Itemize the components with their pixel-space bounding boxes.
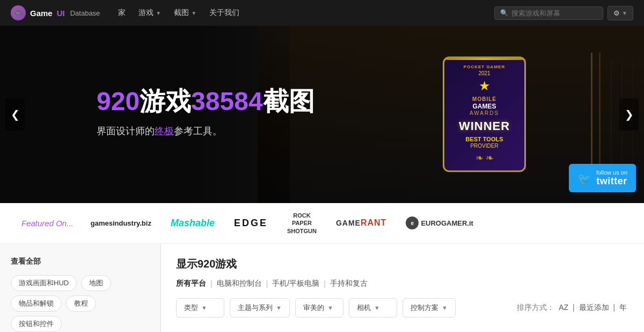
logo-icon: 🎮 [11,5,26,20]
platform-handheld[interactable]: 手持和复古 [330,279,368,288]
featured-eurogamer[interactable]: e EUROGAMER.it [406,216,473,229]
chevron-right-icon: ❯ [625,108,634,121]
award-best-label: BEST TOOLS [450,135,519,143]
sidebar-tag-hud[interactable]: 游戏画面和HUD [11,275,77,291]
twitter-text: follow us on twitter [596,169,627,187]
main-panel: 显示920游戏 所有平台 | 电脑和控制台 | 手机/平板电脑 | 手持和复古 … [161,244,644,332]
platform-filter: 所有平台 | 电脑和控制台 | 手机/平板电脑 | 手持和复古 [176,279,629,288]
eurogamer-text: EUROGAMER.it [421,219,473,227]
sort-bar: 类型 ▼ 主题与系列 ▼ 审美的 ▼ 相机 ▼ 控制方案 ▼ [176,298,629,317]
featured-gamesindustry[interactable]: gamesindustry.biz [91,219,151,227]
logo-game: Game [30,9,53,18]
nav-links: 家 游戏 ▼ 截图 ▼ 关于我们 [113,5,481,21]
type-dropdown-icon: ▼ [201,305,207,311]
featured-edge[interactable]: EDGE [234,218,268,229]
sidebar-tag-map[interactable]: 地图 [81,275,111,291]
award-inner: POCKET GAMER 2021 ★ MOBILE GAMES AWARDS … [443,56,526,172]
settings-button[interactable]: ⚙ ▼ [608,6,633,20]
hero-section: ❮ 920游戏38584截图 界面设计师的终极参考工具。 POCKET GAME… [0,26,644,203]
award-games-label: GAMES [450,103,519,110]
featured-gamerant[interactable]: GAMERANT [336,218,386,228]
hero-content: 920游戏38584截图 界面设计师的终极参考工具。 [97,88,314,142]
laurel-right-icon: ❧ [486,153,494,164]
twitter-bird-icon: 🐦 [577,172,591,185]
award-provider-label: PROVIDER [450,143,519,149]
sort-az[interactable]: AZ [559,303,568,312]
sort-options: 排序方式： AZ | 最近添加 | 年 [517,303,629,313]
hero-title: 920游戏38584截图 [97,88,314,116]
nav-screenshots[interactable]: 截图 ▼ [169,5,202,21]
sidebar-tag-items[interactable]: 物品和解锁 [11,295,62,312]
main-panel-title: 显示920游戏 [176,257,629,271]
filter-dropdowns: 类型 ▼ 主题与系列 ▼ 审美的 ▼ 相机 ▼ 控制方案 ▼ [176,298,456,317]
sort-recent[interactable]: 最近添加 [579,303,609,312]
logo-db: Database [70,9,100,17]
theme-dropdown-icon: ▼ [276,305,282,311]
logo-ui: UI [57,9,65,18]
sep3: | [324,279,326,288]
settings-arrow-icon: ▼ [622,10,627,16]
award-year: 2021 [450,70,519,76]
award-badge: POCKET GAMER 2021 ★ MOBILE GAMES AWARDS … [443,56,526,172]
award-winner-label: WINNER [450,119,519,133]
search-icon: 🔍 [500,9,508,17]
sidebar-tag-buttons[interactable]: 按钮和控件 [11,316,62,332]
chevron-left-icon: ❮ [11,108,20,121]
hero-next-button[interactable]: ❯ [619,98,639,131]
filter-type[interactable]: 类型 ▼ [176,298,224,317]
sep1: | [210,279,213,288]
sidebar-title: 查看全部 [11,257,150,266]
award-laurels: ❧ ❧ [450,153,519,164]
award-awards-label: AWARDS [450,110,519,116]
hero-scene-light [591,53,592,177]
featured-logos: gamesindustry.biz Mashable EDGE ROCKPAPE… [91,212,623,235]
filter-control[interactable]: 控制方案 ▼ [402,298,456,317]
filter-camera[interactable]: 相机 ▼ [349,298,397,317]
control-dropdown-icon: ▼ [442,305,448,311]
platform-mobile[interactable]: 手机/平板电脑 [272,279,319,288]
nav-home[interactable]: 家 [113,5,131,21]
aesthetic-dropdown-icon: ▼ [327,305,333,311]
award-mobile-label: MOBILE [450,96,519,103]
featured-mashable[interactable]: Mashable [171,218,215,229]
twitter-follow-button[interactable]: 🐦 follow us on twitter [569,164,636,192]
screenshots-arrow-icon: ▼ [191,10,196,16]
gear-icon: ⚙ [613,9,620,17]
featured-bar: Featured On... gamesindustry.biz Mashabl… [0,203,644,244]
search-input[interactable] [511,9,597,17]
sep2: | [266,279,268,288]
search-box: 🔍 [494,6,603,20]
sidebar-tag-tutorial[interactable]: 教程 [66,295,96,312]
laurel-left-icon: ❧ [475,153,484,164]
platform-all[interactable]: 所有平台 [176,279,206,288]
platform-pc[interactable]: 电脑和控制台 [217,279,262,288]
sort-year[interactable]: 年 [619,303,627,312]
games-arrow-icon: ▼ [156,10,161,16]
nav-about[interactable]: 关于我们 [204,5,245,21]
award-star-icon: ★ [450,78,519,93]
main-content: 查看全部 游戏画面和HUD 地图 物品和解锁 教程 按钮和控件 显示920游戏 … [0,244,644,332]
logo[interactable]: 🎮 Game UI Database [11,5,100,20]
navbar: 🎮 Game UI Database 家 游戏 ▼ 截图 ▼ 关于我们 🔍 ⚙ … [0,0,644,26]
nav-games[interactable]: 游戏 ▼ [133,5,166,21]
featured-rockpaper[interactable]: ROCKPAPERSHOTGUN [287,212,317,235]
award-pg-logo: POCKET GAMER [450,64,519,69]
nav-search: 🔍 ⚙ ▼ [494,6,633,20]
hero-subtitle: 界面设计师的终极参考工具。 [97,124,314,137]
camera-dropdown-icon: ▼ [374,305,380,311]
hero-prev-button[interactable]: ❮ [5,98,25,131]
filter-theme[interactable]: 主题与系列 ▼ [230,298,290,317]
filter-aesthetic[interactable]: 审美的 ▼ [295,298,343,317]
sidebar-tags: 游戏画面和HUD 地图 物品和解锁 教程 按钮和控件 [11,275,150,332]
sidebar: 查看全部 游戏画面和HUD 地图 物品和解锁 教程 按钮和控件 [0,244,161,332]
featured-label: Featured On... [21,219,74,228]
eurogamer-circle-icon: e [406,216,419,229]
